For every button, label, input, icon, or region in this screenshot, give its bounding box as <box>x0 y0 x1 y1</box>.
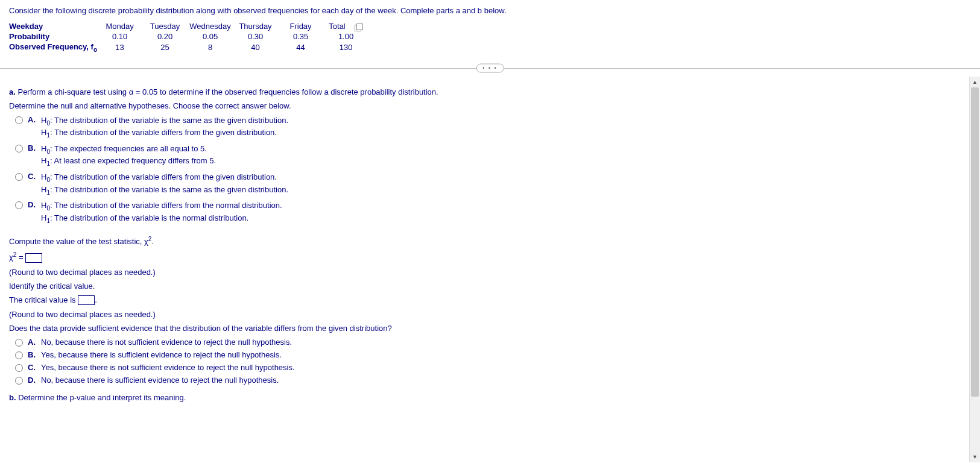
part-b-prompt: b. Determine the p-value and interpret i… <box>9 393 959 402</box>
table-row: Weekday Monday Tuesday Wednesday Thursda… <box>9 21 368 31</box>
hypothesis-instruction: Determine the null and alternative hypot… <box>9 101 959 110</box>
option2-a[interactable]: A.No, because there is not sufficient ev… <box>15 338 959 347</box>
option-a[interactable]: A. H0: The distribution of the variable … <box>15 115 959 140</box>
cell: 13 <box>97 42 142 54</box>
cell: 0.20 <box>142 31 188 42</box>
scroll-track[interactable] <box>970 87 980 451</box>
cell: 1.00 <box>323 31 368 42</box>
option2-d[interactable]: D.No, because there is sufficient eviden… <box>15 376 959 385</box>
cell: Total <box>323 21 368 31</box>
round-hint-2: (Round to two decimal places as needed.) <box>9 310 959 319</box>
scroll-up-arrow[interactable]: ▲ <box>970 77 980 87</box>
row-label: Probability <box>9 31 97 42</box>
cell: 0.05 <box>188 31 233 42</box>
data-table: Weekday Monday Tuesday Wednesday Thursda… <box>9 21 368 54</box>
copy-icon[interactable] <box>355 24 363 31</box>
option-c[interactable]: C. H0: The distribution of the variable … <box>15 172 959 197</box>
question-header: Consider the following discrete probabil… <box>0 0 980 60</box>
radio2-b[interactable] <box>15 351 23 359</box>
cell: 130 <box>323 42 368 54</box>
chi-equation: χ2 = <box>9 251 959 263</box>
evidence-question: Does the data provide sufficient evidenc… <box>9 324 959 333</box>
cell: 0.35 <box>278 31 323 42</box>
option-b[interactable]: B. H0: The expected frequencies are all … <box>15 143 959 168</box>
row-label: Weekday <box>9 21 97 31</box>
radio2-a[interactable] <box>15 339 23 347</box>
cell: 40 <box>233 42 278 54</box>
chi-square-input[interactable] <box>25 253 42 263</box>
compute-instruction: Compute the value of the test statistic,… <box>9 236 959 246</box>
expand-button[interactable]: • • • <box>476 63 504 72</box>
table-row: Probability 0.10 0.20 0.05 0.30 0.35 1.0… <box>9 31 368 42</box>
intro-text: Consider the following discrete probabil… <box>9 6 971 15</box>
option2-c[interactable]: C.Yes, because there is not sufficient e… <box>15 363 959 372</box>
cell: 8 <box>188 42 233 54</box>
critical-value-input[interactable] <box>78 295 95 305</box>
radio-b[interactable] <box>15 145 23 153</box>
cell: 25 <box>142 42 188 54</box>
cell: Monday <box>97 21 142 31</box>
cell: Tuesday <box>142 21 188 31</box>
critical-value-line: The critical value is . <box>9 295 959 306</box>
scroll-down-arrow[interactable]: ▼ <box>970 451 980 462</box>
cell: 0.30 <box>233 31 278 42</box>
radio2-c[interactable] <box>15 364 23 372</box>
row-label: Observed Frequency, fo <box>9 42 97 54</box>
cell: Thursday <box>233 21 278 31</box>
round-hint-1: (Round to two decimal places as needed.) <box>9 268 959 277</box>
part-a-prompt: a. Perform a chi-square test using α = 0… <box>9 87 959 96</box>
cell: Friday <box>278 21 323 31</box>
radio-a[interactable] <box>15 116 23 124</box>
vertical-scrollbar[interactable]: ▲ ▼ <box>969 77 980 462</box>
question-body: a. Perform a chi-square test using α = 0… <box>0 77 980 462</box>
cell: Wednesday <box>188 21 233 31</box>
option2-b[interactable]: B.Yes, because there is sufficient evide… <box>15 350 959 359</box>
section-divider: • • • <box>0 63 980 74</box>
radio-c[interactable] <box>15 173 23 181</box>
radio2-d[interactable] <box>15 377 23 385</box>
cell: 44 <box>278 42 323 54</box>
scroll-thumb[interactable] <box>971 87 979 397</box>
radio-d[interactable] <box>15 201 23 209</box>
cell: 0.10 <box>97 31 142 42</box>
table-row: Observed Frequency, fo 13 25 8 40 44 130 <box>9 42 368 54</box>
critical-instruction: Identify the critical value. <box>9 282 959 291</box>
option-d[interactable]: D. H0: The distribution of the variable … <box>15 200 959 225</box>
